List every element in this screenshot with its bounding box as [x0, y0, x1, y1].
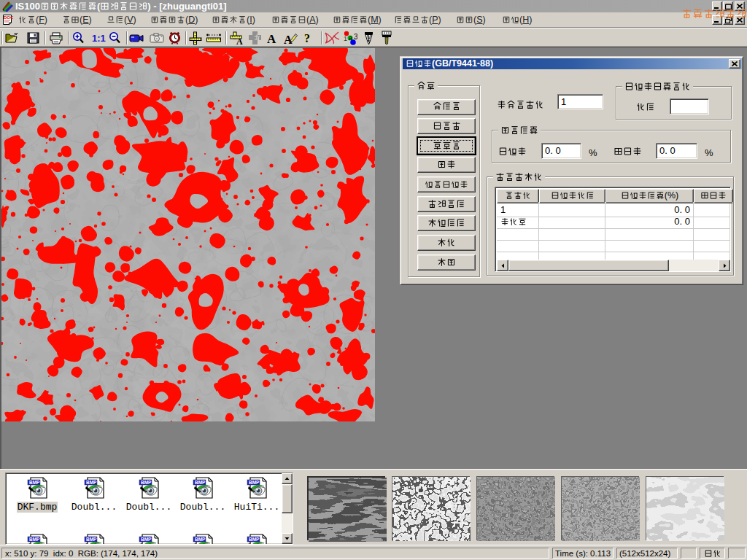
svg-text:DOC: DOC	[4, 15, 14, 20]
svg-text:3: 3	[354, 33, 357, 41]
svg-text:BMP: BMP	[141, 480, 152, 485]
svg-text:A: A	[284, 34, 293, 44]
svg-text:1:1: 1:1	[92, 33, 106, 43]
svg-text:A: A	[236, 36, 243, 45]
svg-text:BMP: BMP	[29, 537, 40, 542]
svg-text:BMP: BMP	[141, 537, 152, 542]
svg-text:BMP: BMP	[86, 537, 97, 542]
svg-text:BMP: BMP	[29, 480, 40, 485]
svg-text:BMP: BMP	[249, 537, 260, 542]
svg-text:?: ?	[304, 32, 310, 44]
svg-text:A: A	[267, 32, 276, 44]
svg-text:1: 1	[344, 35, 347, 42]
svg-text:BMP: BMP	[86, 480, 97, 485]
svg-text:BMP: BMP	[195, 537, 206, 542]
svg-text:BMP: BMP	[249, 480, 260, 485]
svg-text:BMP: BMP	[195, 480, 206, 485]
